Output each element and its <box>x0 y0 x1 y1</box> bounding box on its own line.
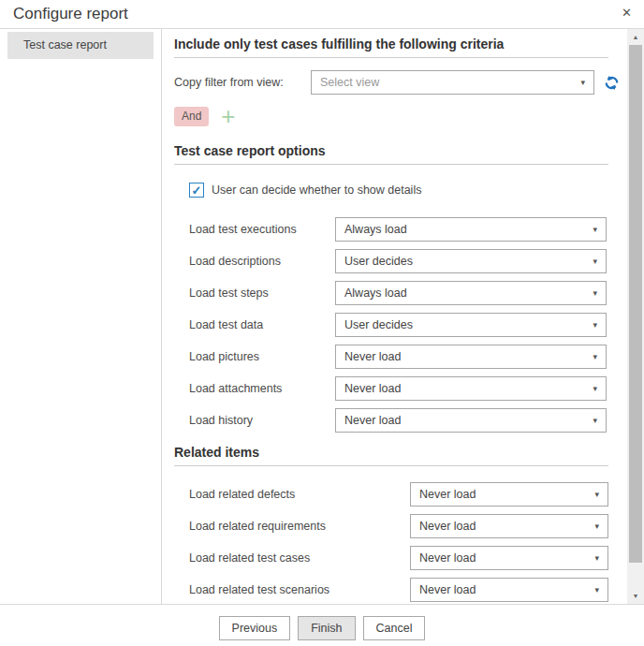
select-view-dropdown[interactable]: Select view ▾ <box>311 70 594 95</box>
show-details-checkbox[interactable]: ✓ <box>189 183 204 198</box>
scroll-down-icon[interactable]: ▼ <box>627 588 644 603</box>
chevron-down-icon: ▾ <box>589 553 599 563</box>
copy-filter-label: Copy filter from view: <box>174 76 311 89</box>
cancel-button[interactable]: Cancel <box>363 616 426 640</box>
chevron-down-icon: ▾ <box>589 521 599 531</box>
load-descriptions-dropdown[interactable]: User decides ▾ <box>335 249 607 273</box>
option-label: Load descriptions <box>189 255 335 268</box>
criteria-section-heading: Include only test cases fulfilling the f… <box>174 37 608 58</box>
option-label: Load related requirements <box>189 520 410 533</box>
related-section-heading: Related items <box>174 446 608 466</box>
close-icon[interactable]: ✕ <box>620 5 634 21</box>
load-test-steps-dropdown[interactable]: Always load ▾ <box>335 281 607 305</box>
option-label: Load history <box>189 414 335 427</box>
load-related-test-scenarios-dropdown[interactable]: Never load ▾ <box>410 578 608 602</box>
chevron-down-icon: ▾ <box>587 352 597 361</box>
filter-condition-row: And + <box>174 105 627 127</box>
chevron-down-icon: ▾ <box>589 490 599 499</box>
chevron-down-icon: ▾ <box>575 78 585 87</box>
and-operator-badge[interactable]: And <box>174 107 209 126</box>
previous-button[interactable]: Previous <box>219 616 291 640</box>
load-pictures-dropdown[interactable]: Never load ▾ <box>335 345 607 369</box>
sidebar: Test case report <box>0 29 162 604</box>
scrollbar-thumb[interactable] <box>629 45 642 563</box>
load-related-test-cases-dropdown[interactable]: Never load ▾ <box>410 546 608 570</box>
option-row-load-descriptions: Load descriptions User decides ▾ <box>189 249 627 273</box>
chevron-down-icon: ▾ <box>587 257 597 266</box>
option-label: Load related test scenarios <box>189 583 410 596</box>
option-row-load-history: Load history Never load ▾ <box>189 408 627 433</box>
option-label: Load related test cases <box>189 551 410 565</box>
load-related-requirements-dropdown[interactable]: Never load ▾ <box>410 514 608 538</box>
scrollbar[interactable]: ▲ ▼ <box>627 29 644 604</box>
option-label: Load test executions <box>189 223 335 236</box>
finish-button[interactable]: Finish <box>298 616 355 640</box>
option-row-load-pictures: Load pictures Never load ▾ <box>189 345 627 369</box>
configure-report-dialog: Configure report ✕ Test case report Incl… <box>0 0 644 646</box>
dialog-body: Test case report Include only test cases… <box>0 29 644 604</box>
content-panel: Include only test cases fulfilling the f… <box>162 29 627 604</box>
related-rows: Load related defects Never load ▾ Load r… <box>174 482 627 602</box>
option-label: Load test steps <box>189 286 335 300</box>
page-title: Configure report <box>0 0 644 23</box>
option-label: Load test data <box>189 318 335 331</box>
load-history-dropdown[interactable]: Never load ▾ <box>335 408 607 433</box>
chevron-down-icon: ▾ <box>587 320 597 330</box>
option-row-load-related-test-cases: Load related test cases Never load ▾ <box>189 546 627 570</box>
option-row-load-related-defects: Load related defects Never load ▾ <box>189 482 627 507</box>
option-label: Load pictures <box>189 350 335 363</box>
load-related-defects-dropdown[interactable]: Never load ▾ <box>410 482 608 507</box>
option-row-load-related-test-scenarios: Load related test scenarios Never load ▾ <box>189 578 627 602</box>
add-condition-icon[interactable]: + <box>221 107 235 125</box>
load-test-executions-dropdown[interactable]: Always load ▾ <box>335 217 607 242</box>
option-label: Load related defects <box>189 488 410 501</box>
refresh-icon[interactable] <box>603 74 621 92</box>
chevron-down-icon: ▾ <box>589 585 599 595</box>
copy-filter-row: Copy filter from view: Select view ▾ <box>174 70 627 95</box>
load-attachments-dropdown[interactable]: Never load ▾ <box>335 376 607 401</box>
options-section-heading: Test case report options <box>174 144 608 165</box>
options-rows: Load test executions Always load ▾ Load … <box>174 217 627 433</box>
scroll-up-icon[interactable]: ▲ <box>627 29 644 44</box>
chevron-down-icon: ▾ <box>587 288 597 298</box>
option-row-load-test-executions: Load test executions Always load ▾ <box>189 217 627 242</box>
dialog-header: Configure report ✕ <box>0 0 644 29</box>
sidebar-item-test-case-report[interactable]: Test case report <box>7 32 154 59</box>
dialog-footer: Previous Finish Cancel <box>0 604 644 645</box>
select-view-placeholder: Select view <box>320 76 379 89</box>
chevron-down-icon: ▾ <box>587 384 597 393</box>
option-row-load-related-requirements: Load related requirements Never load ▾ <box>189 514 627 538</box>
show-details-label: User can decide whether to show details <box>212 184 421 197</box>
option-row-load-test-data: Load test data User decides ▾ <box>189 313 627 337</box>
option-row-load-test-steps: Load test steps Always load ▾ <box>189 281 627 305</box>
option-row-load-attachments: Load attachments Never load ▾ <box>189 376 627 401</box>
chevron-down-icon: ▾ <box>587 225 597 234</box>
show-details-option: ✓ User can decide whether to show detail… <box>189 183 627 198</box>
option-label: Load attachments <box>189 382 335 395</box>
load-test-data-dropdown[interactable]: User decides ▾ <box>335 313 607 337</box>
chevron-down-icon: ▾ <box>587 416 597 425</box>
